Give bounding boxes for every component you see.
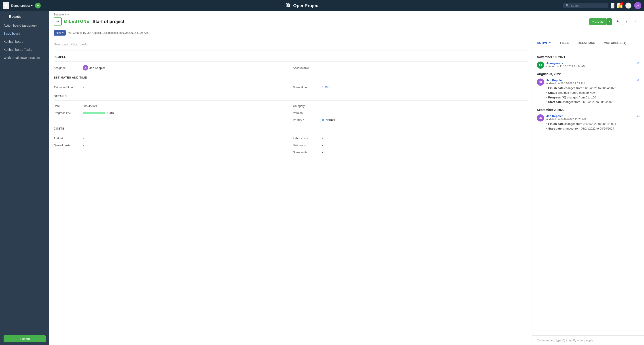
sidebar-item-label: Work breakdown structure bbox=[4, 56, 40, 60]
help-button[interactable]: ? bbox=[625, 3, 632, 9]
sidebar-back-button[interactable]: ← bbox=[4, 15, 7, 19]
activity-body-3: Finish date changed from 08/24/2022 to 0… bbox=[546, 122, 640, 131]
spent-units-label: Spent units bbox=[293, 151, 322, 154]
activity-body-2: Finish date changed from 11/12/2021 to 0… bbox=[546, 86, 640, 105]
category-value: - bbox=[322, 104, 323, 108]
activity-user-jk-2[interactable]: Jan Keppler bbox=[546, 79, 563, 82]
search-box[interactable]: 🔍 bbox=[563, 3, 608, 8]
estimates-section-title: ESTIMATES AND TIME bbox=[54, 76, 528, 79]
tab-relations[interactable]: RELATIONS bbox=[573, 38, 600, 48]
work-item-title: Start of project bbox=[92, 19, 124, 24]
empty-field-1 bbox=[54, 118, 288, 122]
tab-files[interactable]: FILES bbox=[556, 38, 573, 48]
estimated-time-label: Estimated time bbox=[54, 86, 83, 89]
activity-time-2: updated on 08/23/2022 1:03 PM bbox=[546, 82, 640, 85]
search-input[interactable] bbox=[571, 4, 606, 8]
status-dropdown-button[interactable]: New ▾ bbox=[54, 30, 66, 36]
set-parent-button[interactable]: + bbox=[67, 13, 69, 16]
sidebar-item-label: Kanban board bbox=[4, 40, 23, 43]
spent-time-field: Spent time 1.25 h ℹ bbox=[293, 86, 528, 89]
sidebar-item-label: Basic board bbox=[4, 32, 20, 35]
activity-avatar-aa: AA bbox=[537, 62, 544, 69]
activity-item-2: JK Jan Keppler #2 updated on 08/23/2022 … bbox=[537, 79, 640, 105]
sidebar-title: Boards bbox=[9, 15, 21, 19]
add-project-button[interactable]: + bbox=[35, 3, 41, 9]
progress-value: 100% bbox=[83, 111, 114, 115]
split-view: Description: Click to edit... PEOPLE Ass… bbox=[49, 38, 644, 345]
left-panel: Description: Click to edit... PEOPLE Ass… bbox=[49, 38, 532, 345]
category-field: Category - bbox=[293, 104, 528, 108]
estimated-time-field: Estimated time - bbox=[54, 86, 288, 89]
user-avatar-button[interactable]: JK bbox=[634, 2, 641, 9]
create-button-group: + Create ▾ bbox=[589, 18, 612, 25]
overall-costs-field: Overall costs - bbox=[54, 144, 288, 147]
activity-time-1: created on 11/10/2021 11:24 AM bbox=[546, 65, 640, 68]
activity-user-anonymous[interactable]: Anonymous bbox=[546, 62, 563, 65]
date-value: 08/24/2024 bbox=[83, 104, 97, 108]
labor-costs-value: - bbox=[322, 137, 323, 140]
project-selector[interactable]: Demo project ▾ bbox=[11, 4, 33, 8]
logo: OpenProject bbox=[284, 3, 320, 9]
unit-costs-field: Unit costs - bbox=[293, 144, 528, 147]
more-actions-button[interactable]: ⋮ bbox=[632, 18, 640, 25]
create-dropdown-button[interactable]: ▾ bbox=[607, 18, 612, 25]
sidebar-item-kanban-board[interactable]: Kanban board bbox=[0, 38, 49, 46]
create-button[interactable]: + Create bbox=[589, 18, 607, 25]
sidebar-item-basic-board[interactable]: Basic board bbox=[0, 30, 49, 38]
sidebar: ← Boards Action board (assignee) Basic b… bbox=[0, 11, 49, 345]
priority-field: Priority * Normal bbox=[293, 118, 528, 122]
activity-content-1: Anonymous #1 created on 11/10/2021 11:24… bbox=[546, 62, 640, 68]
sidebar-navigation: Action board (assignee) Basic board Kanb… bbox=[0, 22, 49, 333]
description-field[interactable]: Description: Click to edit... bbox=[54, 38, 528, 51]
unit-costs-value: - bbox=[322, 144, 323, 147]
spent-time-info-icon[interactable]: ℹ bbox=[332, 86, 332, 89]
apps-icon-button[interactable]: ⣿ bbox=[611, 3, 614, 9]
view-button[interactable]: 👁 bbox=[614, 18, 621, 25]
project-chevron-icon: ▾ bbox=[31, 4, 33, 8]
sidebar-item-action-board[interactable]: Action board (assignee) bbox=[0, 22, 49, 30]
activity-avatar-jk-3: JK bbox=[537, 114, 544, 122]
status-meta-row: New ▾ #1: Created by Jan Keppler. Last u… bbox=[49, 28, 644, 38]
tab-watchers[interactable]: WATCHERS (1) bbox=[600, 38, 631, 48]
budget-field: Budget - bbox=[54, 137, 288, 140]
spent-units-field: Spent units - bbox=[293, 151, 528, 154]
back-icon-button[interactable]: ↵ bbox=[54, 18, 62, 26]
accountable-label: Accountable bbox=[293, 66, 322, 70]
budget-label: Budget bbox=[54, 137, 83, 140]
right-panel: ACTIVITY FILES RELATIONS WATCHERS (1) No… bbox=[532, 38, 644, 345]
activity-num-2: #2 bbox=[636, 79, 640, 82]
date-field: Date 08/24/2024 bbox=[54, 104, 288, 108]
back-arrow-icon: ↵ bbox=[56, 20, 59, 24]
assignee-label: Assignee bbox=[54, 66, 83, 70]
unit-costs-label: Unit costs bbox=[293, 144, 322, 147]
activity-feed: November 10, 2021 AA Anonymous #1 create… bbox=[532, 48, 644, 335]
version-label: Version bbox=[293, 111, 322, 115]
logo-icon bbox=[284, 3, 291, 9]
comment-area[interactable]: Comment and type @ to notify other peopl… bbox=[532, 335, 644, 345]
assignee-value: JK Jan Keppler bbox=[83, 65, 105, 71]
overall-costs-label: Overall costs bbox=[54, 144, 83, 147]
estimated-time-value: - bbox=[83, 86, 84, 89]
svg-point-0 bbox=[287, 4, 289, 6]
labor-costs-label: Labor costs bbox=[293, 137, 322, 140]
activity-content-2: Jan Keppler #2 updated on 08/23/2022 1:0… bbox=[546, 79, 640, 105]
expand-button[interactable]: ⤢ bbox=[623, 18, 630, 25]
labor-costs-field: Labor costs - bbox=[293, 137, 528, 140]
add-board-button[interactable]: + Board bbox=[4, 335, 46, 342]
sidebar-item-kanban-tasks[interactable]: Kanban board Tasks bbox=[0, 46, 49, 54]
activity-num-1: #1 bbox=[636, 62, 640, 65]
activity-user-jk-3[interactable]: Jan Keppler bbox=[546, 114, 563, 118]
title-actions: + Create ▾ 👁 ⤢ ⋮ bbox=[589, 18, 640, 25]
priority-value: Normal bbox=[322, 118, 335, 122]
menu-toggle-button[interactable]: ☰ bbox=[3, 2, 9, 10]
status-label: New bbox=[56, 31, 61, 35]
activity-avatar-jk-2: JK bbox=[537, 79, 544, 86]
assignee-field: Assignee JK Jan Keppler bbox=[54, 65, 288, 71]
sidebar-item-wbs[interactable]: Work breakdown structure bbox=[0, 54, 49, 62]
tab-activity[interactable]: ACTIVITY bbox=[532, 38, 556, 48]
meta-text: #1: Created by Jan Keppler. Last updated… bbox=[68, 31, 149, 35]
spent-time-link[interactable]: 1.25 h bbox=[322, 86, 330, 89]
progress-percent: 100% bbox=[107, 111, 114, 115]
spent-time-value: 1.25 h ℹ bbox=[322, 86, 332, 89]
notifications-button[interactable]: 🔔 1 bbox=[617, 3, 622, 8]
